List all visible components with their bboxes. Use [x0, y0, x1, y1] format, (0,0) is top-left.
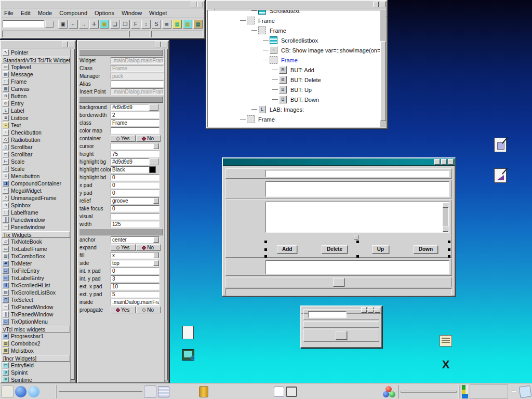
- widget-toolbar-scrollbar[interactable]: [70, 49, 75, 382]
- close-button[interactable]: [162, 42, 167, 47]
- toolbar-icon-button[interactable]: ↕: [141, 20, 151, 29]
- menu-item[interactable]: Edit: [21, 10, 31, 16]
- attribute-entry[interactable]: [111, 127, 159, 134]
- color-picker-button[interactable]: [149, 104, 158, 111]
- toolbar-icon-button[interactable]: ❐: [121, 20, 130, 29]
- attribute-entry[interactable]: Frame: [111, 65, 164, 72]
- publish-dialog-titlebar[interactable]: [223, 158, 455, 166]
- widget-palette-item[interactable]: 9 Spinbox: [2, 202, 70, 209]
- attribute-entry[interactable]: #d9d9d9: [111, 158, 149, 165]
- widget-palette-item[interactable]: ≡ Spintime: [2, 376, 70, 382]
- widget-palette-item[interactable]: ▤ TixScrolledListBox: [2, 289, 70, 296]
- desktop-icon-knode[interactable]: [431, 335, 460, 348]
- editor-button[interactable]: [171, 385, 183, 398]
- maximize-button[interactable]: [441, 159, 447, 165]
- widget-tree-scrollbar[interactable]: [380, 10, 386, 127]
- widget-palette-item[interactable]: ║ TixPanedWindow: [2, 311, 70, 318]
- widget-palette-item[interactable]: ≣ Listbox: [2, 114, 70, 122]
- widget-combobox[interactable]: [3, 20, 44, 28]
- widget-palette-item[interactable]: ▦ Mclistbox: [2, 347, 70, 354]
- browse-button[interactable]: [45, 21, 54, 28]
- calculator-button[interactable]: [158, 386, 169, 397]
- close-button[interactable]: [380, 2, 385, 7]
- package-button[interactable]: [199, 386, 208, 397]
- radio-no[interactable]: No: [136, 135, 161, 142]
- attribute-entry[interactable]: [111, 213, 159, 220]
- applet-handle[interactable]: [397, 385, 399, 398]
- tree-node[interactable]: Frame: [208, 114, 380, 124]
- menu-item[interactable]: File: [4, 10, 14, 16]
- widget-palette-item[interactable]: ◇ Radiobutton: [2, 136, 70, 143]
- attribute-entry[interactable]: 0: [111, 174, 159, 181]
- volume-tray-icon[interactable]: [496, 387, 506, 397]
- scrollbar-thumb[interactable]: [71, 49, 75, 380]
- widget-palette-item[interactable]: ◨ CompoundContainer: [2, 180, 70, 187]
- attribute-entry[interactable]: 0: [111, 182, 159, 189]
- menu-item[interactable]: Window: [122, 10, 142, 16]
- tree-node[interactable]: BUT: Delete: [208, 75, 380, 85]
- toolbar-icon-button[interactable]: ▦: [172, 20, 182, 29]
- applet-handle[interactable]: [458, 385, 460, 398]
- radio-yes[interactable]: Yes: [111, 244, 136, 251]
- section-header-geometry[interactable]: [79, 229, 163, 235]
- toolbar-icon-button[interactable]: ▣: [100, 20, 109, 29]
- attribute-entry[interactable]: 0: [111, 190, 159, 196]
- toolbar-icon-button[interactable]: ≣: [162, 20, 171, 29]
- color-swatch[interactable]: [149, 166, 156, 173]
- menu-item[interactable]: Widget: [149, 10, 167, 16]
- widget-palette-item[interactable]: ─ Panedwindow: [2, 223, 70, 231]
- tree-node[interactable]: BUT: Down: [208, 95, 380, 104]
- geometry-entry[interactable]: 0: [111, 268, 159, 274]
- scrollbar-thumb[interactable]: [380, 41, 386, 121]
- widget-palette-item[interactable]: ▤ Message: [2, 71, 70, 78]
- attribute-entry[interactable]: Black: [111, 166, 149, 173]
- tree-node[interactable]: Scrolledtext: [208, 10, 380, 16]
- section-header-attributes[interactable]: [79, 96, 163, 103]
- iconify-button[interactable]: [434, 159, 440, 165]
- widget-palette-item[interactable]: ▭ Toplevel: [2, 63, 70, 71]
- tree-node[interactable]: BUT: Up: [208, 85, 380, 95]
- desktop-icon-openoffice-calc[interactable]: [477, 168, 524, 190]
- widget-palette-item[interactable]: ▭ Scrollbar: [2, 151, 70, 158]
- radio-no[interactable]: No: [136, 244, 161, 251]
- attribute-entry[interactable]: #d9d9d9: [111, 104, 149, 111]
- toolbar-icon-button[interactable]: ▦: [183, 20, 192, 29]
- tree-node[interactable]: Frame: [208, 55, 380, 65]
- attribute-entry[interactable]: 0: [111, 205, 159, 212]
- widget-palette-item[interactable]: ▱ TixNoteBook: [2, 238, 70, 245]
- tree-node[interactable]: CB: Show image var=::showImage(on=1,off=…: [208, 45, 380, 55]
- widget-palette-item[interactable]: ▭ TixOptionMenu: [2, 318, 70, 325]
- toolbar-icon-button[interactable]: ⌐: [69, 20, 78, 29]
- close-button[interactable]: [197, 2, 203, 7]
- images-listbox[interactable]: [265, 202, 449, 233]
- widget-palette-item[interactable]: 9 Spinint: [2, 369, 70, 376]
- attribute-entry[interactable]: 125: [111, 221, 159, 228]
- close-button[interactable]: [69, 42, 74, 47]
- emacs-button[interactable]: [185, 385, 197, 398]
- geometry-entry[interactable]: 3: [111, 275, 159, 282]
- close-button[interactable]: [448, 159, 454, 165]
- desktop-icon-openoffice-writer[interactable]: [477, 138, 524, 159]
- radio-no[interactable]: No: [136, 307, 161, 313]
- title-input[interactable]: [265, 170, 449, 177]
- image-file-input[interactable]: [308, 311, 347, 318]
- widget-palette-item[interactable]: vTcl misc widgets: [2, 325, 70, 332]
- radio-yes[interactable]: Yes: [111, 307, 136, 313]
- scroll-up-icon[interactable]: [443, 203, 448, 208]
- widget-palette-item[interactable]: ▫ Checkbutton: [2, 129, 70, 136]
- geometry-combobox[interactable]: center: [111, 236, 159, 243]
- widget-palette-item[interactable]: ▦ Canvas: [2, 85, 70, 92]
- widget-toolbar-titlebar[interactable]: [1, 41, 75, 48]
- toolbar-icon-button[interactable]: →: [79, 20, 88, 29]
- widget-palette-item[interactable]: el Entry: [2, 100, 70, 107]
- widget-palette-item[interactable]: ⬚ MegaWidget: [2, 187, 70, 194]
- widget-palette-item[interactable]: ▭ TixLabelFrame: [2, 245, 70, 252]
- toolbar-icon-button[interactable]: ✛: [89, 20, 99, 29]
- publish-button[interactable]: [333, 278, 344, 287]
- scrollbar-thumb[interactable]: [165, 49, 168, 380]
- widget-palette-item[interactable]: ▯ Scrollbar: [2, 143, 70, 151]
- image-action-button[interactable]: Delete: [322, 245, 348, 254]
- widget-palette-item[interactable]: ≡ Text: [2, 122, 70, 129]
- show-image-checkbox[interactable]: [354, 235, 358, 240]
- menu-item[interactable]: Compound: [59, 10, 87, 16]
